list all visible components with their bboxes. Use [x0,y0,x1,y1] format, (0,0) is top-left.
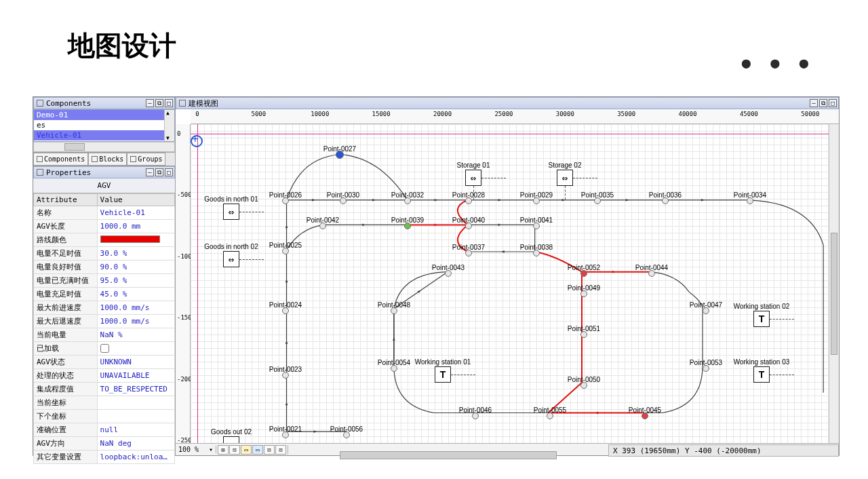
properties-title-bar[interactable]: Properties – ⧉ □ [33,166,175,178]
tool-btn[interactable]: ⊡ [275,445,286,455]
properties-table[interactable]: AttributeValue 名称Vehicle-01AGV长度1000.0 m… [33,193,175,464]
table-row[interactable]: 下个坐标 [34,410,175,423]
svg-marker-2 [435,199,438,202]
location-label: Goods in north 01 [204,195,258,203]
table-row[interactable]: 集成程度值TO_BE_RESPECTED [34,383,175,396]
table-row[interactable]: 准确位置null [34,423,175,437]
popout-icon[interactable]: ⧉ [819,99,827,107]
prop-value[interactable] [97,342,174,356]
prop-value[interactable]: 45.0 % [97,288,174,301]
table-row[interactable]: 最大前进速度1000.0 mm/s [34,301,175,315]
table-row[interactable]: 当前电量NaN % [34,328,175,342]
prop-value[interactable]: null [97,423,174,437]
scrollbar-thumb[interactable] [340,451,557,459]
prop-value[interactable]: UNKNOWN [97,356,174,369]
path-segment[interactable] [746,200,823,245]
scrollbar-thumb[interactable] [831,233,837,355]
table-row[interactable]: 电量良好时值90.0 % [34,261,175,274]
svg-marker-6 [701,199,705,202]
prop-key: 当前电量 [34,328,98,342]
map-canvas[interactable]: Point-0027Point-0026Point-0030Point-0032… [191,124,839,443]
table-row[interactable]: 电量不足时值30.0 % [34,247,175,261]
tool-btn[interactable]: ▭ [241,445,252,455]
table-row[interactable]: 名称Vehicle-01 [34,206,175,220]
table-row[interactable]: 电量充足时值45.0 % [34,288,175,301]
minimize-icon[interactable]: – [146,99,154,107]
prop-value[interactable]: NaN % [97,328,174,342]
prop-value[interactable] [97,410,174,423]
horizontal-scrollbar[interactable] [33,142,175,152]
table-row[interactable]: AGV状态UNKNOWN [34,356,175,369]
svg-marker-9 [501,250,505,253]
chevron-down-icon[interactable]: ▾ [209,446,213,453]
tool-icon[interactable]: T [753,366,770,383]
checkbox[interactable] [100,344,109,353]
prop-value[interactable]: 1000.0 mm/s [97,315,174,328]
prop-value[interactable] [97,396,174,410]
maximize-icon[interactable]: □ [165,168,173,176]
location-connector [770,375,794,375]
col-attribute[interactable]: Attribute [34,194,98,206]
prop-value[interactable]: 1000.0 mm [97,220,174,233]
transfer-icon[interactable]: ⇔ [223,436,239,443]
scrollbar-thumb[interactable] [64,143,85,151]
table-row[interactable]: 已加载 [34,342,175,356]
prop-key: 下个坐标 [34,410,98,423]
minimize-icon[interactable]: – [146,168,154,176]
tool-icon[interactable]: T [753,311,770,327]
col-value[interactable]: Value [97,194,174,206]
table-row[interactable]: AGV方向NaN deg [34,437,175,451]
prop-value[interactable] [97,233,174,247]
canvas-vertical-scrollbar[interactable] [829,124,839,443]
list-item[interactable]: Demo-01 [34,110,174,120]
prop-value[interactable]: 1000.0 mm/s [97,301,174,315]
prop-value[interactable]: 30.0 % [97,247,174,261]
components-title-bar[interactable]: Components – ⧉ □ [33,97,175,109]
prop-value[interactable]: Vehicle-01 [97,206,174,220]
list-item[interactable]: Vehicle-01 [34,130,174,140]
color-swatch[interactable] [100,235,160,243]
maximize-icon[interactable]: □ [829,99,837,107]
tab-components[interactable]: Components [33,153,88,166]
prop-value[interactable]: 90.0 % [97,261,174,274]
transfer-icon[interactable]: ⇔ [223,204,239,220]
tab-groups[interactable]: Groups [127,153,165,166]
tool-btn[interactable]: ⊡ [229,445,240,455]
tool-btn[interactable]: ▭ [252,445,263,455]
prop-value[interactable]: TO_BE_RESPECTED [97,383,174,396]
maximize-icon[interactable]: □ [165,99,173,107]
svg-marker-13 [285,402,288,406]
transfer-icon[interactable]: ⇔ [465,170,481,186]
transfer-icon[interactable]: ⇔ [223,251,239,267]
components-list[interactable]: Demo-01 es Vehicle-01 [33,109,175,142]
table-row[interactable]: 最大后退速度1000.0 mm/s [34,315,175,328]
minimize-icon[interactable]: – [810,99,818,107]
list-item[interactable]: es [34,120,174,130]
map-point-label: Point-0043 [432,264,465,271]
prop-value[interactable]: loopback:unloa… [97,451,174,464]
prop-value[interactable]: UNAVAILABLE [97,369,174,383]
prop-value[interactable]: 95.0 % [97,274,174,288]
location-connector [451,375,475,375]
zoom-display[interactable]: 100 %▾ [176,446,216,453]
table-row[interactable]: AGV长度1000.0 mm [34,220,175,233]
table-row[interactable]: 当前坐标 [34,396,175,410]
map-point-label: Point-0040 [452,216,485,224]
table-row[interactable]: 其它变量设置loopback:unloa… [34,451,175,464]
canvas-title-bar[interactable]: 建模视图 – ⧉ □ [176,97,839,109]
prop-value[interactable]: NaN deg [97,437,174,451]
tool-btn[interactable]: ⊡ [264,445,275,455]
location-connector [481,178,506,178]
table-row[interactable]: 电量已充满时值95.0 % [34,274,175,288]
tab-blocks[interactable]: Blocks [88,153,127,166]
table-row[interactable]: 处理的状态UNAVAILABLE [34,369,175,383]
tool-btn[interactable]: ⊞ [218,445,229,455]
transfer-icon[interactable]: ⇔ [557,170,573,186]
svg-marker-8 [498,223,502,226]
table-row[interactable]: 路线颜色 [34,233,175,247]
map-point-label: Point-0030 [327,191,359,199]
popout-icon[interactable]: ⧉ [155,168,163,176]
popout-icon[interactable]: ⧉ [155,99,163,107]
vertical-scrollbar[interactable] [164,110,174,141]
tool-icon[interactable]: T [435,366,451,383]
